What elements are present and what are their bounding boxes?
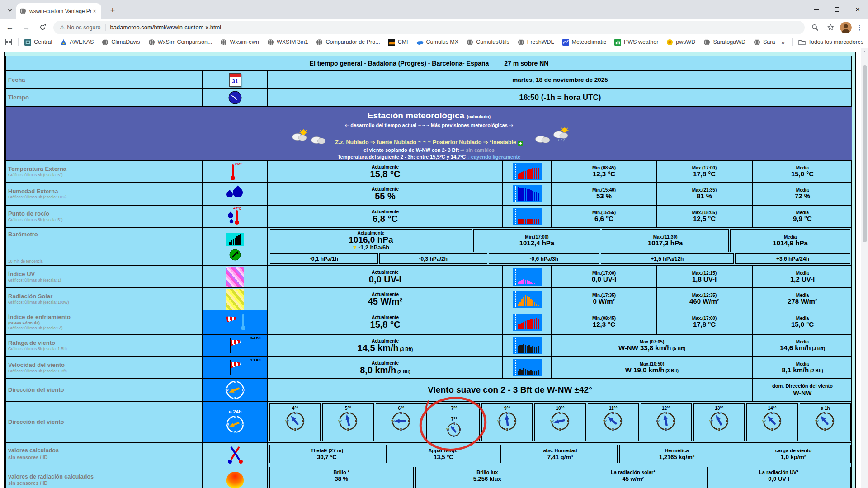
svg-text:S: S	[612, 427, 614, 432]
svg-text:N: N	[718, 411, 720, 415]
back-button[interactable]: ←	[4, 21, 16, 34]
bookmark-label: FreshWDL	[527, 39, 554, 45]
media-cell-value: 1014,9 hPa	[773, 239, 808, 247]
current-value: 1016,0 hPa	[349, 235, 393, 244]
cloud-sun-rain-icon	[552, 127, 571, 144]
window-minimize-button[interactable]	[806, 0, 826, 19]
bookmark-item[interactable]: pwsWD	[666, 39, 695, 46]
max-cell-value: 460 W/m²	[689, 298, 719, 305]
svg-text:S: S	[824, 427, 826, 432]
bookmark-favicon-awekas-icon	[60, 39, 67, 46]
svg-text:N: N	[294, 411, 296, 415]
hour-compass-cell: 13°°NSWE	[693, 403, 745, 441]
svg-text:W: W	[763, 419, 766, 423]
tab-search-button[interactable]	[4, 5, 16, 15]
forward-button[interactable]: →	[20, 21, 33, 34]
compass-icon: NSWE	[497, 411, 517, 431]
new-tab-button[interactable]: +	[107, 5, 118, 16]
bookmark-star-button[interactable]	[825, 22, 836, 33]
browser-tab[interactable]: wswin-custom Vantage Pro2 - S ×	[16, 3, 101, 19]
trend-arrow-icon	[229, 249, 241, 261]
profile-avatar[interactable]	[840, 22, 852, 33]
sun-icon-cell	[202, 465, 267, 488]
reload-button[interactable]	[36, 21, 49, 34]
row-sublabel: Gráficos: últimas 8h (escala: 5°)	[8, 326, 200, 330]
bookmark-item[interactable]: CMI	[388, 39, 408, 46]
windsock-icon	[228, 360, 242, 375]
hour-label: 6°°	[398, 406, 404, 411]
bookmark-item[interactable]: Comparador de Pro...	[316, 39, 380, 46]
media-cell: Media15,0 °C	[752, 161, 852, 182]
tab-close-icon[interactable]: ×	[91, 8, 98, 15]
bookmark-item[interactable]: FreshWDL	[518, 39, 554, 46]
row-label-text: valores calculados	[8, 448, 200, 454]
bookmark-label: pwsWD	[676, 39, 695, 45]
hour-label: 5°°	[345, 406, 351, 411]
bookmark-favicon-globe-icon	[754, 39, 760, 46]
scrollbar-up-icon[interactable]: ▲	[863, 50, 866, 53]
fecha-row: Fecha31martes, 18 de noviembre de 2025	[6, 71, 851, 89]
bookmark-label: PWS weather	[624, 39, 658, 45]
svg-text:N: N	[559, 411, 561, 415]
bookmark-item[interactable]: SaratogaWD	[703, 39, 745, 46]
bookmark-item[interactable]: ClimaDavis	[102, 39, 140, 46]
mini-chart	[513, 359, 542, 376]
value-number: 7,41 g/m³	[547, 454, 573, 460]
svg-text:W: W	[551, 419, 554, 423]
compass-icon: NSWE	[391, 411, 411, 431]
bookmark-item[interactable]: SaratogaCU	[754, 39, 775, 46]
forecast-line-3: Temperatura del siguiente 2 - 3h: entre …	[6, 154, 852, 160]
station-nav-links[interactable]: ⇐ desarrollo del tiempo actual ~ ~ ~ Más…	[6, 122, 852, 128]
bookmark-item[interactable]: AWEKAS	[60, 39, 94, 46]
all-bookmarks-label: Todos los marcadores	[808, 39, 863, 45]
value-title: ThetaE (27 m)	[311, 448, 343, 453]
bookmark-item[interactable]: CumulusUtils	[467, 39, 509, 46]
svg-text:S: S	[234, 396, 236, 400]
security-warning[interactable]: ⚠ No es seguro	[60, 24, 101, 31]
current-value: 6,8 °C	[373, 214, 398, 224]
current-value-cell: Actualmente55 %	[267, 183, 502, 205]
value-title: La radiación solar*	[611, 469, 655, 475]
scrollbar-thumb[interactable]	[863, 65, 867, 242]
zoom-button[interactable]	[809, 22, 821, 33]
svg-text:E: E	[408, 419, 410, 423]
barometer-values: Actualmente1016,0 hPa▼-1,2 hPa/6hMin.(17…	[267, 228, 852, 265]
bookmark-item[interactable]: PWS weather	[614, 39, 658, 46]
all-bookmarks-button[interactable]: Todos los marcadores	[798, 39, 863, 45]
svg-text:W: W	[656, 419, 660, 423]
barometer-row: Barómetro10 min de tendenciaActualmente1…	[6, 228, 851, 266]
browser-menu-button[interactable]: ⋮	[855, 22, 863, 33]
media-cell: Media1,2 UV-I	[752, 266, 852, 287]
compass-icon: NSWE	[603, 411, 623, 431]
barometer-trend-row: -0,1 hPa/1h-0,3 hPa/2h-0,6 hPa/3h+1,5 hP…	[270, 253, 850, 264]
bookmark-item[interactable]: WXSIM 3in1	[267, 39, 308, 46]
chart-cell	[502, 357, 551, 378]
compass-icon: NSWE	[709, 411, 729, 431]
row-label-text: Barómetro	[8, 231, 200, 238]
window-close-button[interactable]: ✕	[847, 0, 868, 19]
bookmark-item[interactable]: Wxsim-ewn	[220, 39, 259, 46]
vertical-scrollbar[interactable]: ▲	[861, 48, 868, 488]
calc-cells: ThetaE (27 m)30,7 °CAppar temp..13,5 °Ca…	[267, 443, 852, 465]
hour-compass-icon: NSWE	[656, 411, 676, 433]
bookmarks-overflow-button[interactable]: »	[781, 38, 784, 46]
thermocross-icon-cell	[202, 443, 267, 465]
svg-text:E: E	[726, 419, 728, 423]
bookmark-item[interactable]: WxSim Comparison...	[148, 39, 212, 46]
min-cell-value: 12,3 °C	[593, 321, 615, 328]
compass-icon: NSWE	[815, 411, 835, 431]
svg-text:S: S	[718, 427, 720, 432]
row-sublabel: Gráficos: últimas 8h (escala: 100W)	[8, 300, 200, 305]
bookmark-item[interactable]: Central	[24, 39, 52, 46]
media-cell: Media14,6 km/h (3 Bft)	[752, 335, 852, 356]
bookmark-item[interactable]: Meteoclimatic	[562, 39, 606, 46]
hour-label: 4°°	[292, 406, 298, 411]
current-value-cell: Actualmente0,0 UV-I	[267, 266, 502, 287]
sock-icon-cell: 2-3 Bft	[202, 357, 267, 378]
row-sublabel: Gráficos: últimas 8h (escala: 1)	[8, 278, 200, 282]
apps-grid-icon[interactable]	[5, 39, 12, 45]
bookmark-item[interactable]: Cumulus MX	[416, 39, 459, 45]
window-maximize-button[interactable]	[826, 0, 847, 19]
address-bar[interactable]: ⚠ No es seguro badameteo.com/html/wswin-…	[53, 21, 805, 34]
row-label: Velocidad del vientoGráficos: últimas 8h…	[6, 357, 202, 378]
